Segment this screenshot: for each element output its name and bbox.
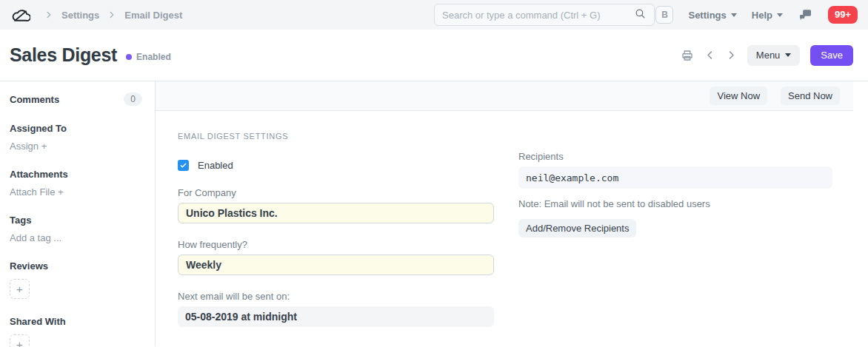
search-icon: [634, 7, 647, 22]
notifications-badge[interactable]: 99+: [828, 6, 858, 24]
menu-button[interactable]: Menu: [747, 45, 801, 66]
form-left-column: Enabled For Company How frequently? Next…: [178, 151, 494, 327]
view-now-button[interactable]: View Now: [710, 87, 767, 105]
previous-document-icon[interactable]: [704, 50, 715, 61]
caret-down-icon: [731, 13, 737, 17]
sidebar-tags-label: Tags: [10, 215, 142, 226]
search-input[interactable]: [442, 10, 634, 21]
workspace-badge[interactable]: B: [655, 6, 673, 24]
for-company-input[interactable]: [178, 203, 494, 223]
breadcrumb-email-digest[interactable]: Email Digest: [124, 10, 182, 21]
help-dropdown-label: Help: [752, 10, 772, 21]
status-dot-icon: [126, 54, 132, 60]
page-header: Sales Digest Enabled Menu Save: [0, 30, 868, 81]
global-search-box[interactable]: [434, 4, 655, 26]
sidebar-reviews-label: Reviews: [10, 260, 142, 272]
section-heading: EMAIL DIGEST SETTINGS: [178, 132, 831, 141]
form-toolbar: View Now Send Now: [156, 81, 853, 111]
form-right-column: Recipients Note: Email will not be sent …: [518, 151, 832, 327]
checkbox-checked-icon: [178, 160, 189, 171]
frequency-select[interactable]: [178, 255, 494, 275]
assign-button[interactable]: Assign +: [10, 141, 142, 152]
status-label: Enabled: [136, 52, 171, 62]
enabled-checkbox-label: Enabled: [198, 160, 233, 171]
next-email-label: Next email will be sent on:: [178, 291, 494, 302]
recipients-label: Recipients: [518, 151, 832, 162]
print-icon[interactable]: [681, 49, 694, 62]
menu-button-label: Menu: [756, 50, 781, 61]
send-now-button[interactable]: Send Now: [781, 87, 840, 105]
status-indicator: Enabled: [126, 52, 171, 62]
comments-count-badge: 0: [124, 92, 142, 106]
sidebar-shared-with-label: Shared With: [10, 316, 142, 327]
sidebar-assigned-to-label: Assigned To: [10, 123, 142, 134]
breadcrumb-settings[interactable]: Settings: [61, 10, 99, 21]
for-company-label: For Company: [178, 187, 494, 198]
next-document-icon[interactable]: [726, 50, 737, 61]
recipients-input[interactable]: [518, 166, 832, 189]
enabled-checkbox[interactable]: Enabled: [178, 160, 233, 171]
breadcrumb: Settings Email Digest: [10, 7, 182, 24]
add-tag-input[interactable]: Add a tag ...: [10, 232, 142, 243]
sidebar-comments-label[interactable]: Comments: [10, 94, 59, 105]
frequency-label: How frequently?: [178, 239, 494, 250]
app-logo-cloud-icon[interactable]: [10, 7, 30, 24]
add-remove-recipients-button[interactable]: Add/Remove Recipients: [518, 219, 636, 237]
save-button[interactable]: Save: [810, 45, 853, 66]
email-digest-settings-section: EMAIL DIGEST SETTINGS Enabled For Compan…: [156, 111, 853, 327]
chevron-right-icon: [107, 10, 117, 20]
app-window: Settings Email Digest B Settings Help: [0, 0, 868, 347]
settings-dropdown-label: Settings: [688, 10, 726, 21]
chevron-right-icon: [44, 10, 54, 20]
attach-file-button[interactable]: Attach File +: [10, 186, 142, 198]
top-navbar: Settings Email Digest B Settings Help: [0, 0, 868, 30]
form-sidebar: Comments 0 Assigned To Assign + Attachme…: [0, 81, 156, 346]
next-email-value: 05-08-2019 at midnight: [178, 306, 494, 327]
add-review-button[interactable]: +: [10, 279, 30, 299]
caret-down-icon: [777, 13, 783, 17]
form-main-area: View Now Send Now EMAIL DIGEST SETTINGS …: [156, 81, 853, 346]
chat-icon[interactable]: [798, 7, 813, 22]
right-gutter: [853, 81, 868, 346]
settings-dropdown[interactable]: Settings: [688, 10, 736, 21]
help-dropdown[interactable]: Help: [752, 10, 783, 21]
sidebar-attachments-label: Attachments: [10, 169, 142, 180]
recipients-note: Note: Email will not be sent to disabled…: [518, 198, 832, 209]
navbar-actions: B Settings Help 99+: [655, 0, 858, 30]
caret-down-icon: [785, 53, 791, 57]
add-share-button[interactable]: +: [10, 334, 30, 347]
page-title: Sales Digest: [10, 44, 117, 66]
